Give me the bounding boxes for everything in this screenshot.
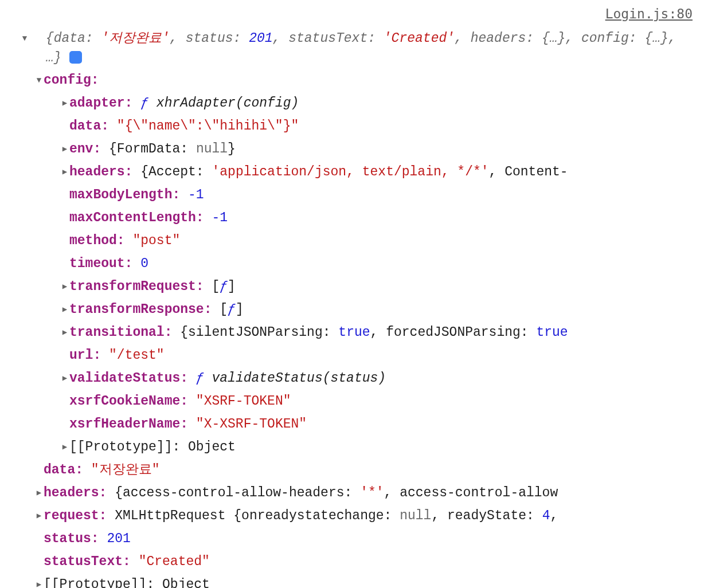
property-config-headers[interactable]: headers: {Accept: 'application/json, tex…	[0, 160, 704, 183]
property-request[interactable]: request: XMLHttpRequest {onreadystatecha…	[0, 504, 704, 527]
chevron-right-icon[interactable]	[60, 92, 69, 115]
chevron-right-icon[interactable]	[60, 298, 69, 321]
chevron-right-icon[interactable]	[60, 275, 69, 298]
property-prototype[interactable]: [[Prototype]]: Object	[0, 573, 704, 588]
property-maxcontentlength[interactable]: maxContentLength: -1	[0, 206, 704, 229]
property-config-data[interactable]: data: "{\"name\":\"hihihi\"}"	[0, 115, 704, 138]
chevron-right-icon[interactable]	[60, 367, 69, 390]
source-link[interactable]: Login.js:80	[0, 2, 704, 25]
property-transitional[interactable]: transitional: {silentJSONParsing: true, …	[0, 321, 704, 344]
property-xsrfcookiename[interactable]: xsrfCookieName: "XSRF-TOKEN"	[0, 390, 704, 413]
chevron-right-icon[interactable]	[60, 436, 69, 458]
chevron-down-icon[interactable]	[34, 69, 44, 92]
property-transformresponse[interactable]: transformResponse: [ƒ]	[0, 298, 704, 321]
property-adapter[interactable]: adapter: ƒ xhrAdapter(config)	[0, 92, 704, 115]
chevron-down-icon[interactable]	[29, 29, 38, 48]
property-config-prototype[interactable]: [[Prototype]]: Object	[0, 436, 704, 458]
chevron-right-icon[interactable]	[60, 138, 69, 160]
property-timeout[interactable]: timeout: 0	[0, 252, 704, 275]
property-url[interactable]: url: "/test"	[0, 344, 704, 367]
property-status[interactable]: status: 201	[0, 527, 704, 550]
property-data[interactable]: data: "저장완료"	[0, 458, 704, 481]
chevron-right-icon[interactable]	[60, 160, 69, 183]
property-statustext[interactable]: statusText: "Created"	[0, 550, 704, 573]
property-method[interactable]: method: "post"	[0, 229, 704, 252]
object-summary[interactable]: {data: '저장완료', status: 201, statusText: …	[0, 25, 704, 69]
chevron-right-icon[interactable]	[34, 504, 44, 527]
chevron-right-icon[interactable]	[34, 573, 44, 588]
property-config[interactable]: config:	[0, 69, 704, 92]
info-icon[interactable]: i	[69, 51, 82, 64]
chevron-right-icon[interactable]	[60, 321, 69, 344]
property-maxbodylength[interactable]: maxBodyLength: -1	[0, 183, 704, 206]
property-env[interactable]: env: {FormData: null}	[0, 138, 704, 160]
chevron-right-icon[interactable]	[34, 481, 44, 504]
property-transformrequest[interactable]: transformRequest: [ƒ]	[0, 275, 704, 298]
property-validatestatus[interactable]: validateStatus: ƒ validateStatus(status)	[0, 367, 704, 390]
property-headers[interactable]: headers: {access-control-allow-headers: …	[0, 481, 704, 504]
property-xsrfheadername[interactable]: xsrfHeaderName: "X-XSRF-TOKEN"	[0, 413, 704, 436]
